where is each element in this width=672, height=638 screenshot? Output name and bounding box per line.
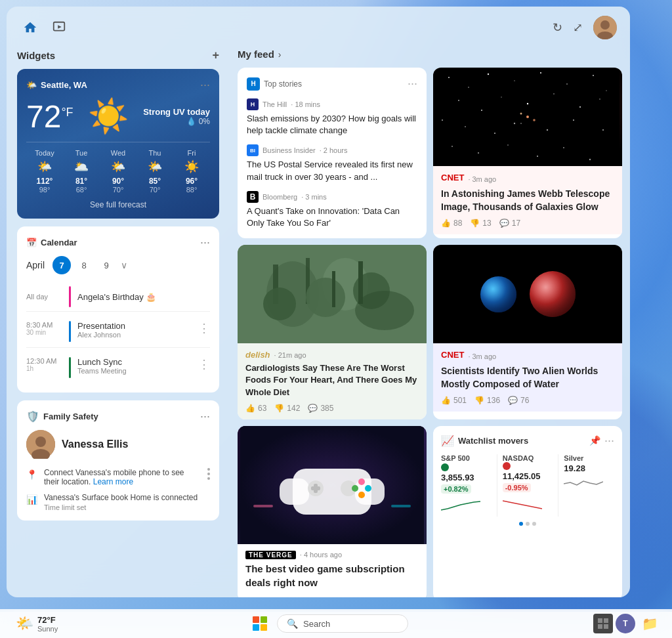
svg-point-33 [507, 144, 508, 145]
svg-point-32 [478, 152, 479, 154]
taskbar-weather[interactable]: 🌤️ 72°F Sunny [10, 612, 63, 635]
watchlist-chart-icon: 📈 [441, 435, 454, 447]
forecast-day-fri: Fri ☀️ 96° 88° [173, 149, 210, 194]
person-info: Vanessa Ellis [62, 438, 128, 450]
watchlist-items: S&P 500 3,855.93 +0.82% [441, 454, 614, 517]
see-full-forecast-button[interactable]: See full forecast [26, 200, 210, 209]
taskbar-search-icon: 🔍 [287, 618, 298, 629]
controller-image [238, 426, 427, 544]
person-avatar [26, 430, 55, 459]
cnet-webb-dislikes: 👎 13 [470, 219, 491, 228]
svg-point-16 [606, 90, 606, 91]
windows-logo [253, 616, 267, 631]
bloomberg-time: · 3 mins [301, 193, 327, 201]
family-item-location: 📍 Connect Vanessa's mobile phone to see … [26, 468, 210, 486]
family-item-device: 📊 Vanessa's Surface book Home is connect… [26, 493, 210, 511]
news-item-bloomberg[interactable]: B Bloomberg · 3 mins A Quant's Take on I… [247, 191, 417, 229]
svg-point-19 [501, 96, 501, 97]
calendar-events: All day Angela's Birthday 🎂 8:30 AM 30 m… [26, 282, 210, 383]
svg-point-37 [526, 116, 529, 118]
svg-point-27 [520, 123, 521, 123]
presentation-bar [69, 321, 71, 342]
bi-logo: BI [247, 144, 259, 156]
watchlist-title: Watchlist movers [458, 436, 585, 446]
weather-more-button[interactable]: ··· [200, 78, 210, 92]
taskbar-search-bar[interactable]: 🔍 Search [277, 614, 408, 633]
nasdaq-name: NASDAQ [503, 454, 553, 462]
feed-header: My feed › [238, 49, 622, 60]
cnet-webb-likes: 👍 88 [441, 219, 462, 228]
taskbar-teams-icon[interactable]: T [616, 614, 635, 633]
silver-value: 19.28 [564, 463, 614, 473]
svg-rect-50 [358, 261, 363, 304]
watchlist-dot-3 [532, 522, 536, 526]
watchlist-nasdaq: NASDAQ 11,425.05 -0.95% [503, 454, 553, 517]
svg-point-20 [527, 103, 528, 104]
svg-rect-49 [332, 271, 335, 307]
calendar-days: 7 8 9 [52, 256, 116, 274]
widgets-section-title: Widgets + [17, 49, 219, 62]
calendar-day-8[interactable]: 8 [75, 256, 93, 274]
svg-point-6 [35, 436, 46, 447]
presentation-sub: Alex Johnson [77, 331, 192, 339]
learn-more-link[interactable]: Learn more [93, 477, 133, 486]
cnet-webb-stats: 👍 88 👎 13 💬 17 [441, 219, 614, 228]
presentation-more-button[interactable]: ⋮ [198, 321, 210, 335]
sp500-status-icon [441, 463, 449, 471]
taskbar-desktop-button[interactable] [593, 614, 613, 633]
activity-icon: 📊 [26, 494, 37, 505]
svg-rect-76 [598, 618, 602, 623]
family-safety-title: 🛡️ Family Safety [26, 410, 98, 423]
media-icon[interactable] [49, 17, 70, 38]
calendar-day-7[interactable]: 7 [52, 256, 71, 274]
svg-point-40 [514, 123, 515, 124]
cnet-aliens-title: Scientists Identify Two Alien Worlds Mos… [441, 365, 614, 391]
calendar-day-9[interactable]: 9 [97, 256, 116, 274]
news-item-bi[interactable]: BI Business Insider · 2 hours The US Pos… [247, 144, 417, 182]
cnet-aliens-card[interactable]: CNET · 3m ago Scientists Identify Two Al… [433, 245, 622, 419]
svg-point-59 [358, 478, 365, 485]
svg-rect-79 [604, 624, 608, 629]
calendar-more-button[interactable]: ··· [200, 236, 210, 249]
lunch-sync-event: 12:30 AM 1h Lunch Sync Teams Meeting ⋮ [26, 352, 210, 383]
svg-point-13 [540, 72, 541, 74]
calendar-month: April [26, 260, 45, 270]
watchlist-more-button[interactable]: ··· [604, 434, 614, 448]
add-widget-button[interactable]: + [212, 49, 219, 62]
feed-chevron-icon[interactable]: › [278, 49, 282, 60]
svg-point-38 [520, 113, 522, 115]
all-day-event: All day Angela's Birthday 🎂 [26, 282, 210, 312]
calendar-chevron-icon[interactable]: ∨ [121, 260, 127, 270]
expand-icon[interactable]: ⤢ [573, 20, 583, 35]
delish-time: · 21m ago [274, 351, 306, 359]
silver-name: Silver [564, 454, 614, 462]
top-stories-label: Top stories [264, 79, 302, 89]
panel-header-right: ↻ ⤢ [553, 16, 617, 39]
news-item-hill[interactable]: H The Hill · 18 mins Slash emissions by … [247, 98, 417, 137]
delish-card[interactable]: delish · 21m ago Cardiologists Say These… [238, 245, 427, 419]
family-safety-more-button[interactable]: ··· [200, 410, 210, 423]
svg-point-60 [365, 485, 371, 492]
cnet-webb-card[interactable]: CNET · 3m ago In Astonishing James Webb … [433, 68, 622, 238]
verge-card[interactable]: THE VERGE · 4 hours ago The best video g… [238, 426, 427, 597]
watchlist-pin-button[interactable]: 📌 [589, 435, 600, 446]
svg-point-3 [600, 20, 610, 30]
hill-time: · 18 mins [291, 100, 320, 108]
svg-rect-55 [280, 478, 309, 505]
taskbar-temp-info: 72°F Sunny [37, 615, 58, 633]
calendar-icon: 📅 [26, 238, 37, 247]
watchlist-dot-1 [519, 522, 523, 526]
svg-point-28 [547, 129, 548, 131]
lunch-sync-more-button[interactable]: ⋮ [198, 357, 210, 372]
refresh-icon[interactable]: ↻ [553, 20, 562, 35]
calendar-header: 📅 Calendar ··· [26, 236, 210, 249]
user-avatar[interactable] [593, 16, 617, 39]
sp500-change: +0.82% [441, 484, 471, 494]
top-stories-source: H Top stories [247, 77, 302, 91]
home-icon[interactable] [20, 17, 41, 38]
svg-point-17 [458, 100, 459, 101]
top-stories-more-button[interactable]: ··· [408, 77, 417, 91]
cnet2-brand: CNET [441, 350, 464, 360]
start-button[interactable] [248, 612, 272, 635]
taskbar-files-icon[interactable]: 📁 [638, 612, 662, 635]
